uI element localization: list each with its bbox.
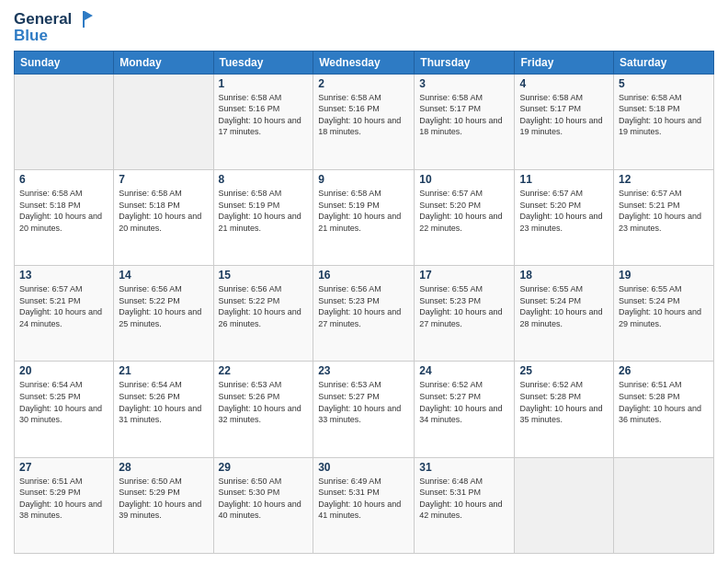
calendar-cell: 29Sunrise: 6:50 AM Sunset: 5:30 PM Dayli… [213,457,313,553]
calendar-cell: 30Sunrise: 6:49 AM Sunset: 5:31 PM Dayli… [313,457,415,553]
day-info: Sunrise: 6:58 AM Sunset: 5:16 PM Dayligh… [318,92,409,138]
weekday-header-sunday: Sunday [15,51,114,74]
weekday-header-tuesday: Tuesday [213,51,313,74]
day-number: 3 [419,77,509,90]
calendar-cell: 22Sunrise: 6:53 AM Sunset: 5:26 PM Dayli… [213,362,313,457]
day-number: 1 [219,77,309,90]
day-info: Sunrise: 6:56 AM Sunset: 5:22 PM Dayligh… [219,283,309,329]
day-number: 5 [619,77,709,90]
calendar-cell: 9Sunrise: 6:58 AM Sunset: 5:19 PM Daylig… [313,169,415,265]
calendar-week-2: 6Sunrise: 6:58 AM Sunset: 5:18 PM Daylig… [15,169,714,265]
day-info: Sunrise: 6:58 AM Sunset: 5:19 PM Dayligh… [219,188,309,234]
day-info: Sunrise: 6:58 AM Sunset: 5:18 PM Dayligh… [619,92,709,138]
weekday-header-saturday: Saturday [614,51,714,74]
day-number: 24 [419,364,509,377]
day-number: 25 [519,364,609,377]
calendar-cell: 15Sunrise: 6:56 AM Sunset: 5:22 PM Dayli… [213,266,313,362]
calendar-cell: 25Sunrise: 6:52 AM Sunset: 5:28 PM Dayli… [515,362,614,457]
calendar-cell: 23Sunrise: 6:53 AM Sunset: 5:27 PM Dayli… [313,362,415,457]
calendar-cell: 28Sunrise: 6:50 AM Sunset: 5:29 PM Dayli… [114,457,213,553]
calendar-cell [114,74,213,169]
day-info: Sunrise: 6:58 AM Sunset: 5:18 PM Dayligh… [19,188,108,234]
day-number: 15 [219,269,309,282]
calendar-cell [515,457,614,553]
calendar-cell: 17Sunrise: 6:55 AM Sunset: 5:23 PM Dayli… [415,266,515,362]
calendar-cell: 31Sunrise: 6:48 AM Sunset: 5:31 PM Dayli… [415,457,515,553]
calendar-week-3: 13Sunrise: 6:57 AM Sunset: 5:21 PM Dayli… [15,266,714,362]
day-info: Sunrise: 6:51 AM Sunset: 5:28 PM Dayligh… [619,379,709,425]
day-info: Sunrise: 6:56 AM Sunset: 5:23 PM Dayligh… [318,283,409,329]
calendar-table: SundayMondayTuesdayWednesdayThursdayFrid… [14,51,714,554]
day-info: Sunrise: 6:58 AM Sunset: 5:16 PM Dayligh… [219,92,309,138]
day-info: Sunrise: 6:57 AM Sunset: 5:20 PM Dayligh… [419,188,509,234]
calendar-cell: 11Sunrise: 6:57 AM Sunset: 5:20 PM Dayli… [515,169,614,265]
calendar-cell: 1Sunrise: 6:58 AM Sunset: 5:16 PM Daylig… [213,74,313,169]
day-number: 16 [318,269,409,282]
day-info: Sunrise: 6:50 AM Sunset: 5:30 PM Dayligh… [219,476,309,522]
day-info: Sunrise: 6:55 AM Sunset: 5:24 PM Dayligh… [619,283,709,329]
day-number: 9 [318,173,409,186]
day-info: Sunrise: 6:52 AM Sunset: 5:28 PM Dayligh… [519,379,609,425]
day-info: Sunrise: 6:58 AM Sunset: 5:19 PM Dayligh… [318,188,409,234]
calendar-cell: 14Sunrise: 6:56 AM Sunset: 5:22 PM Dayli… [114,266,213,362]
day-number: 20 [19,364,108,377]
logo-general: General [14,11,72,29]
calendar-cell: 6Sunrise: 6:58 AM Sunset: 5:18 PM Daylig… [15,169,114,265]
calendar-week-1: 1Sunrise: 6:58 AM Sunset: 5:16 PM Daylig… [15,74,714,169]
calendar-cell: 26Sunrise: 6:51 AM Sunset: 5:28 PM Dayli… [614,362,714,457]
day-number: 8 [219,173,309,186]
calendar-cell: 20Sunrise: 6:54 AM Sunset: 5:25 PM Dayli… [15,362,114,457]
calendar-cell: 4Sunrise: 6:58 AM Sunset: 5:17 PM Daylig… [515,74,614,169]
day-number: 26 [619,364,709,377]
day-number: 2 [318,77,409,90]
calendar-cell [15,74,114,169]
day-number: 30 [318,461,409,474]
weekday-header-friday: Friday [515,51,614,74]
day-number: 10 [419,173,509,186]
day-number: 11 [519,173,609,186]
day-info: Sunrise: 6:57 AM Sunset: 5:21 PM Dayligh… [619,188,709,234]
day-info: Sunrise: 6:53 AM Sunset: 5:26 PM Dayligh… [219,379,309,425]
day-info: Sunrise: 6:56 AM Sunset: 5:22 PM Dayligh… [119,283,208,329]
calendar-cell: 19Sunrise: 6:55 AM Sunset: 5:24 PM Dayli… [614,266,714,362]
calendar-cell: 21Sunrise: 6:54 AM Sunset: 5:26 PM Dayli… [114,362,213,457]
header: General Blue [14,9,714,45]
logo-flag-icon [74,9,95,29]
day-number: 27 [19,461,108,474]
day-info: Sunrise: 6:58 AM Sunset: 5:17 PM Dayligh… [519,92,609,138]
day-number: 13 [19,269,108,282]
day-info: Sunrise: 6:54 AM Sunset: 5:26 PM Dayligh… [119,379,208,425]
day-info: Sunrise: 6:51 AM Sunset: 5:29 PM Dayligh… [19,476,108,522]
day-info: Sunrise: 6:57 AM Sunset: 5:20 PM Dayligh… [519,188,609,234]
day-number: 4 [519,77,609,90]
calendar-week-5: 27Sunrise: 6:51 AM Sunset: 5:29 PM Dayli… [15,457,714,553]
day-number: 23 [318,364,409,377]
weekday-header-monday: Monday [114,51,213,74]
svg-rect-0 [83,11,85,28]
day-number: 12 [619,173,709,186]
calendar-cell: 13Sunrise: 6:57 AM Sunset: 5:21 PM Dayli… [15,266,114,362]
day-info: Sunrise: 6:58 AM Sunset: 5:17 PM Dayligh… [419,92,509,138]
day-number: 28 [119,461,208,474]
page: General Blue SundayMondayTuesdayWednesda… [0,0,728,563]
day-number: 21 [119,364,208,377]
calendar-cell: 10Sunrise: 6:57 AM Sunset: 5:20 PM Dayli… [415,169,515,265]
calendar-cell: 18Sunrise: 6:55 AM Sunset: 5:24 PM Dayli… [515,266,614,362]
day-info: Sunrise: 6:48 AM Sunset: 5:31 PM Dayligh… [419,476,509,522]
calendar-cell: 8Sunrise: 6:58 AM Sunset: 5:19 PM Daylig… [213,169,313,265]
day-info: Sunrise: 6:54 AM Sunset: 5:25 PM Dayligh… [19,379,108,425]
day-info: Sunrise: 6:55 AM Sunset: 5:23 PM Dayligh… [419,283,509,329]
day-info: Sunrise: 6:50 AM Sunset: 5:29 PM Dayligh… [119,476,208,522]
day-number: 14 [119,269,208,282]
svg-marker-1 [85,11,93,20]
calendar-cell: 3Sunrise: 6:58 AM Sunset: 5:17 PM Daylig… [415,74,515,169]
calendar-cell: 2Sunrise: 6:58 AM Sunset: 5:16 PM Daylig… [313,74,415,169]
day-info: Sunrise: 6:49 AM Sunset: 5:31 PM Dayligh… [318,476,409,522]
calendar-cell: 12Sunrise: 6:57 AM Sunset: 5:21 PM Dayli… [614,169,714,265]
day-info: Sunrise: 6:53 AM Sunset: 5:27 PM Dayligh… [318,379,409,425]
day-info: Sunrise: 6:55 AM Sunset: 5:24 PM Dayligh… [519,283,609,329]
calendar-week-4: 20Sunrise: 6:54 AM Sunset: 5:25 PM Dayli… [15,362,714,457]
day-number: 29 [219,461,309,474]
calendar-cell: 5Sunrise: 6:58 AM Sunset: 5:18 PM Daylig… [614,74,714,169]
day-number: 19 [619,269,709,282]
